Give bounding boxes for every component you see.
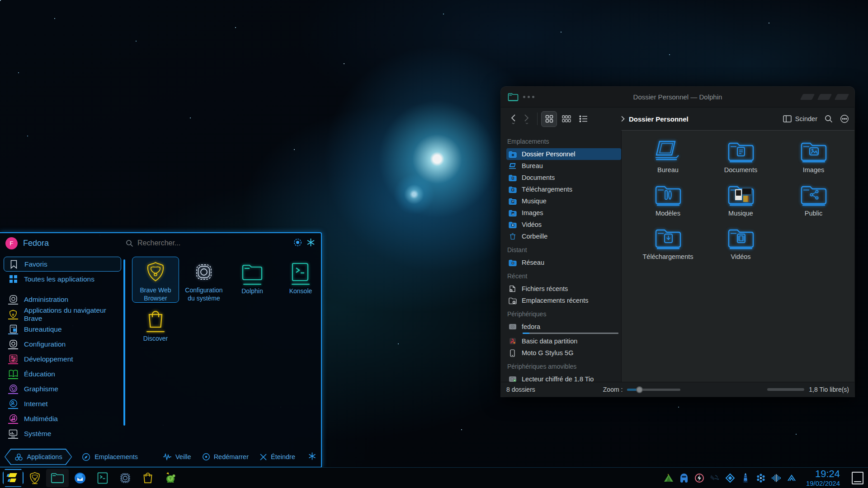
- search-bar[interactable]: [126, 239, 289, 247]
- device-lecteur-chiffre[interactable]: Lecteur chiffré de 1,8 Tio: [506, 373, 619, 382]
- section-title: Récent: [507, 272, 619, 280]
- back-button[interactable]: [506, 111, 520, 127]
- folder-modeles[interactable]: Modèles: [632, 183, 704, 226]
- title-bar[interactable]: Dossier Personnel — Dolphin: [501, 87, 854, 108]
- tray-robot-icon[interactable]: [679, 473, 689, 483]
- place-label: Emplacements récents: [522, 297, 588, 304]
- device-basic-data-partition[interactable]: Basic data partition: [506, 335, 619, 347]
- restart-button[interactable]: Redémarrer: [202, 453, 249, 461]
- favorite-label: Konsole: [289, 287, 312, 295]
- show-desktop-button[interactable]: [852, 472, 863, 484]
- category-education[interactable]: Éducation: [4, 366, 121, 381]
- menu-overflow-dots[interactable]: [523, 96, 534, 98]
- search-input[interactable]: [137, 239, 250, 247]
- icons-view-button[interactable]: [541, 111, 557, 127]
- configure-icon[interactable]: [293, 238, 302, 249]
- close-button[interactable]: [835, 94, 849, 100]
- tray-expand-arrow-icon[interactable]: [786, 473, 797, 483]
- sidebar-item-label: Toutes les applications: [24, 275, 94, 283]
- folder-bureau[interactable]: Bureau: [632, 140, 704, 183]
- place-musique[interactable]: Musique: [506, 195, 619, 207]
- category-systeme[interactable]: Système: [4, 426, 121, 441]
- taskbar-dolphin-icon[interactable]: [46, 469, 69, 487]
- forward-button[interactable]: [520, 111, 533, 127]
- tray-tower-icon[interactable]: [740, 473, 751, 483]
- shutdown-button[interactable]: Éteindre: [259, 453, 295, 461]
- place-reseau[interactable]: Réseau: [506, 257, 619, 268]
- device-fedora[interactable]: fedora: [506, 321, 619, 333]
- folder-documents[interactable]: Documents: [704, 140, 777, 183]
- power-actions: Veille Redémarrer Éteindre: [163, 452, 316, 462]
- folder-label: Bureau: [657, 166, 679, 174]
- breadcrumb[interactable]: Dossier Personnel: [621, 115, 689, 123]
- tray-satellite-icon[interactable]: [709, 473, 720, 483]
- taskbar-konsole-icon[interactable]: [91, 469, 114, 487]
- place-bureau[interactable]: Bureau: [506, 160, 619, 172]
- scrollbar-thumb[interactable]: [123, 259, 125, 426]
- category-bureautique[interactable]: Bureautique: [4, 322, 121, 337]
- launcher-list-scrollbar[interactable]: [122, 258, 127, 447]
- category-brave-apps[interactable]: Applications du navigateur Brave: [4, 307, 121, 322]
- taskbar-discover-icon[interactable]: [137, 469, 159, 487]
- category-internet[interactable]: Internet: [4, 396, 121, 411]
- taskbar-settings-icon[interactable]: [114, 469, 137, 487]
- sleep-button[interactable]: Veille: [163, 453, 191, 460]
- category-administration[interactable]: Administration: [4, 292, 121, 307]
- place-images[interactable]: Images: [506, 207, 619, 219]
- tray-power-icon[interactable]: [694, 473, 705, 483]
- category-configuration[interactable]: Configuration: [4, 337, 121, 352]
- tab-emplacements[interactable]: Emplacements: [75, 450, 144, 465]
- details-view-button[interactable]: [576, 111, 591, 127]
- tray-flower-icon[interactable]: [755, 473, 766, 483]
- desktop-icon: [508, 162, 517, 170]
- device-moto-g-stylus[interactable]: Moto G Stylus 5G: [506, 347, 619, 359]
- category-developpement[interactable]: Développement: [4, 352, 121, 366]
- place-dossier-personnel[interactable]: Dossier Personnel: [506, 148, 621, 160]
- place-corbeille[interactable]: Corbeille: [506, 230, 619, 242]
- category-label: Éducation: [24, 370, 55, 378]
- folder-images[interactable]: Images: [777, 140, 850, 183]
- tab-applications[interactable]: Applications: [5, 449, 72, 465]
- app-launcher-button[interactable]: [3, 469, 24, 487]
- place-videos[interactable]: Vidéos: [506, 219, 619, 230]
- zoom-slider[interactable]: [627, 389, 680, 391]
- icon-underline: [146, 331, 165, 332]
- search-icon[interactable]: [825, 115, 833, 123]
- folder-telechargements[interactable]: Téléchargements: [632, 226, 704, 270]
- tray-tent-icon[interactable]: [663, 473, 674, 483]
- category-multimedia[interactable]: Multimédia: [4, 411, 121, 426]
- category-graphisme[interactable]: Graphisme: [4, 381, 121, 396]
- taskbar-thunderbird-icon[interactable]: [69, 469, 91, 487]
- favorite-brave[interactable]: Brave Web Browser: [132, 257, 179, 303]
- taskbar-turtle-icon[interactable]: [159, 469, 182, 487]
- place-telechargements[interactable]: Téléchargements: [506, 183, 619, 195]
- zoom-slider-knob[interactable]: [636, 386, 643, 393]
- window-controls: [802, 94, 848, 100]
- maximize-button[interactable]: [817, 94, 832, 100]
- split-view-button[interactable]: Scinder: [783, 115, 817, 122]
- hamburger-menu-icon[interactable]: [840, 114, 849, 123]
- session-icon[interactable]: [308, 452, 316, 462]
- place-fichiers-recents[interactable]: Fichiers récents: [506, 283, 619, 295]
- place-documents[interactable]: Documents: [506, 172, 619, 183]
- folder-view: Bureau Documents Images Modèles Musique …: [621, 130, 854, 382]
- minimize-button[interactable]: [800, 94, 815, 100]
- taskbar-brave-icon[interactable]: [24, 469, 46, 487]
- sidebar-item-favoris[interactable]: Favoris: [4, 257, 121, 272]
- folder-public[interactable]: Public: [777, 183, 850, 226]
- favorite-configuration-systeme[interactable]: Configuration du système: [180, 257, 227, 303]
- tray-vault-icon[interactable]: [725, 473, 736, 483]
- digital-clock[interactable]: 19:24 19/02/2024: [806, 469, 840, 487]
- favorite-dolphin[interactable]: Dolphin: [229, 257, 276, 303]
- favorite-konsole[interactable]: Konsole: [277, 257, 324, 303]
- avatar[interactable]: F: [5, 237, 18, 249]
- favorite-discover[interactable]: Discover: [132, 304, 179, 350]
- folder-videos[interactable]: Vidéos: [704, 226, 777, 270]
- folder-musique[interactable]: Musique: [704, 183, 777, 226]
- tray-volume-icon[interactable]: [771, 473, 782, 483]
- toolbar-right: Scinder: [783, 114, 849, 123]
- place-emplacements-recents[interactable]: Emplacements récents: [506, 295, 619, 306]
- compact-view-button[interactable]: [558, 111, 574, 127]
- pin-icon[interactable]: [306, 238, 316, 249]
- sidebar-item-toutes-les-applications[interactable]: Toutes les applications: [4, 272, 121, 286]
